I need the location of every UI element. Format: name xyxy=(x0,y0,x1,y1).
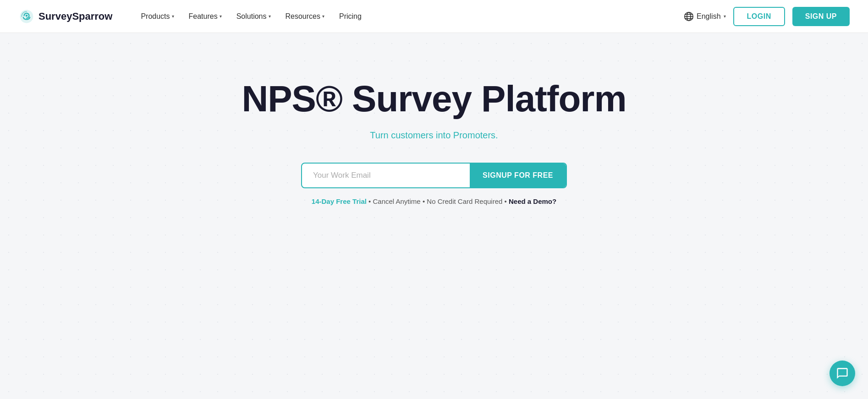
login-button[interactable]: LOGIN xyxy=(733,7,785,26)
chat-icon xyxy=(836,367,849,380)
nav-pricing[interactable]: Pricing xyxy=(333,9,368,24)
email-input[interactable] xyxy=(302,164,470,187)
chevron-down-icon: ▾ xyxy=(172,14,174,19)
demo-label[interactable]: Need a Demo? xyxy=(509,197,556,205)
chat-button[interactable] xyxy=(830,361,855,386)
svg-point-0 xyxy=(26,14,28,16)
page-wrapper: SurveySparrow Products ▾ Features ▾ Solu… xyxy=(0,0,868,399)
chevron-down-icon: ▾ xyxy=(269,14,271,19)
logo-icon xyxy=(18,8,35,25)
chevron-down-icon: ▾ xyxy=(724,14,726,19)
hero-subtitle: Turn customers into Promoters. xyxy=(370,130,498,141)
nav-features[interactable]: Features ▾ xyxy=(182,9,228,24)
globe-icon xyxy=(684,11,694,22)
chevron-down-icon: ▾ xyxy=(322,14,324,19)
logo-link[interactable]: SurveySparrow xyxy=(18,8,112,25)
email-form: SIGNUP FOR FREE xyxy=(301,163,567,188)
nav-solutions[interactable]: Solutions ▾ xyxy=(230,9,277,24)
signup-button[interactable]: SIGN UP xyxy=(792,7,850,26)
nav-products[interactable]: Products ▾ xyxy=(134,9,180,24)
trial-info: 14-Day Free Trial • Cancel Anytime • No … xyxy=(312,197,556,205)
hero-section: NPS® Survey Platform Turn customers into… xyxy=(0,33,868,233)
nav-resources[interactable]: Resources ▾ xyxy=(279,9,331,24)
language-label: English xyxy=(697,12,720,21)
nav-right: English ▾ LOGIN SIGN UP xyxy=(684,7,850,26)
logo-text: SurveySparrow xyxy=(38,11,112,22)
hero-title: NPS® Survey Platform xyxy=(242,79,626,119)
chevron-down-icon: ▾ xyxy=(220,14,222,19)
nav-links: Products ▾ Features ▾ Solutions ▾ Resour… xyxy=(134,9,684,24)
navbar: SurveySparrow Products ▾ Features ▾ Solu… xyxy=(0,0,868,33)
trial-link[interactable]: 14-Day Free Trial xyxy=(312,197,367,205)
signup-free-button[interactable]: SIGNUP FOR FREE xyxy=(470,164,566,187)
language-selector[interactable]: English ▾ xyxy=(684,11,725,22)
